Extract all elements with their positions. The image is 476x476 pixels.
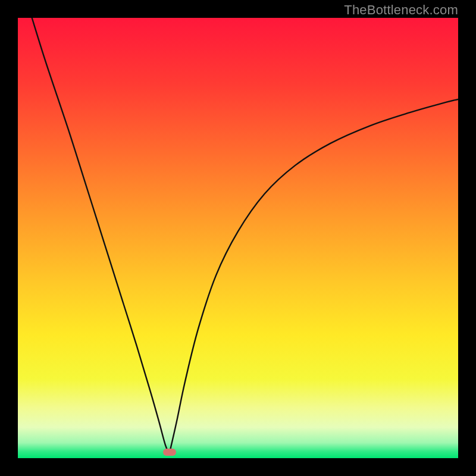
chart-frame: TheBottleneck.com — [0, 0, 476, 476]
curve-left-branch — [32, 18, 170, 454]
plot-area — [18, 18, 458, 458]
bottleneck-curve — [18, 18, 458, 458]
curve-right-branch — [170, 99, 458, 454]
attribution-text: TheBottleneck.com — [344, 2, 458, 18]
optimal-point-marker — [163, 449, 176, 456]
